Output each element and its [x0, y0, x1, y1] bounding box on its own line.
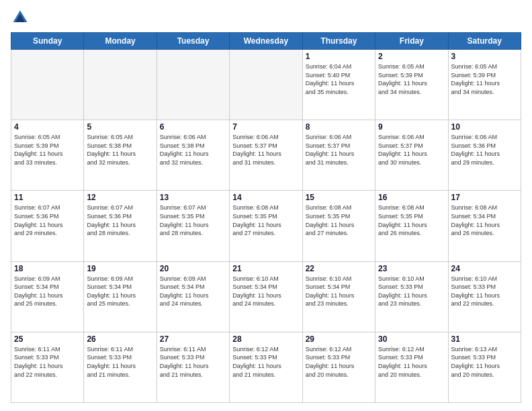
day-number: 19	[87, 264, 153, 273]
day-number: 24	[451, 264, 518, 273]
calendar-cell: 12Sunrise: 6:07 AMSunset: 5:36 PMDayligh…	[84, 191, 157, 261]
calendar-cell: 21Sunrise: 6:10 AMSunset: 5:34 PMDayligh…	[230, 261, 302, 332]
weekday-header-tuesday: Tuesday	[157, 33, 229, 50]
calendar-cell: 16Sunrise: 6:08 AMSunset: 5:35 PMDayligh…	[375, 191, 448, 261]
day-number: 28	[232, 334, 299, 344]
weekday-header-saturday: Saturday	[448, 33, 521, 50]
day-number: 29	[306, 334, 372, 344]
day-number: 1	[306, 52, 372, 61]
day-number: 6	[160, 122, 226, 132]
cell-info: Sunrise: 6:08 AMSunset: 5:35 PMDaylight:…	[378, 203, 445, 237]
cell-info: Sunrise: 6:08 AMSunset: 5:34 PMDaylight:…	[451, 203, 518, 237]
cell-info: Sunrise: 6:10 AMSunset: 5:33 PMDaylight:…	[378, 275, 445, 308]
calendar-cell: 2Sunrise: 6:05 AMSunset: 5:39 PMDaylight…	[375, 50, 448, 120]
cell-info: Sunrise: 6:05 AMSunset: 5:39 PMDaylight:…	[378, 62, 445, 96]
calendar-week-1: 1Sunrise: 6:04 AMSunset: 5:40 PMDaylight…	[11, 50, 521, 120]
cell-info: Sunrise: 6:07 AMSunset: 5:35 PMDaylight:…	[160, 203, 226, 237]
calendar-cell: 7Sunrise: 6:06 AMSunset: 5:37 PMDaylight…	[230, 120, 302, 191]
cell-info: Sunrise: 6:09 AMSunset: 5:34 PMDaylight:…	[160, 275, 226, 308]
cell-info: Sunrise: 6:10 AMSunset: 5:34 PMDaylight:…	[232, 275, 299, 308]
calendar-cell: 11Sunrise: 6:07 AMSunset: 5:36 PMDayligh…	[11, 191, 84, 261]
calendar-cell: 10Sunrise: 6:06 AMSunset: 5:36 PMDayligh…	[448, 120, 521, 191]
calendar-cell	[230, 50, 302, 120]
calendar-cell	[84, 50, 157, 120]
cell-info: Sunrise: 6:06 AMSunset: 5:36 PMDaylight:…	[451, 133, 518, 167]
calendar-cell: 29Sunrise: 6:12 AMSunset: 5:33 PMDayligh…	[302, 332, 375, 402]
cell-info: Sunrise: 6:10 AMSunset: 5:34 PMDaylight:…	[306, 275, 372, 308]
cell-info: Sunrise: 6:12 AMSunset: 5:33 PMDaylight:…	[378, 345, 445, 379]
day-number: 25	[14, 334, 81, 344]
day-number: 21	[232, 264, 299, 273]
calendar-cell: 8Sunrise: 6:06 AMSunset: 5:37 PMDaylight…	[302, 120, 375, 191]
day-number: 31	[451, 334, 518, 344]
calendar-cell: 30Sunrise: 6:12 AMSunset: 5:33 PMDayligh…	[375, 332, 448, 402]
cell-info: Sunrise: 6:08 AMSunset: 5:35 PMDaylight:…	[232, 203, 299, 237]
cell-info: Sunrise: 6:05 AMSunset: 5:38 PMDaylight:…	[87, 133, 153, 167]
day-number: 5	[87, 122, 153, 132]
day-number: 13	[160, 193, 226, 202]
weekday-header-row: SundayMondayTuesdayWednesdayThursdayFrid…	[11, 33, 521, 50]
calendar-cell: 5Sunrise: 6:05 AMSunset: 5:38 PMDaylight…	[84, 120, 157, 191]
weekday-header-monday: Monday	[84, 33, 157, 50]
day-number: 2	[378, 52, 445, 61]
day-number: 8	[306, 122, 372, 132]
calendar-cell: 19Sunrise: 6:09 AMSunset: 5:34 PMDayligh…	[84, 261, 157, 332]
weekday-header-thursday: Thursday	[302, 33, 375, 50]
weekday-header-sunday: Sunday	[11, 33, 84, 50]
cell-info: Sunrise: 6:13 AMSunset: 5:33 PMDaylight:…	[451, 345, 518, 379]
calendar-cell: 31Sunrise: 6:13 AMSunset: 5:33 PMDayligh…	[448, 332, 521, 402]
calendar-cell: 26Sunrise: 6:11 AMSunset: 5:33 PMDayligh…	[84, 332, 157, 402]
calendar-cell: 28Sunrise: 6:12 AMSunset: 5:33 PMDayligh…	[230, 332, 302, 402]
day-number: 14	[232, 193, 299, 202]
calendar-page: SundayMondayTuesdayWednesdayThursdayFrid…	[0, 0, 532, 411]
cell-info: Sunrise: 6:11 AMSunset: 5:33 PMDaylight:…	[14, 345, 81, 379]
calendar-cell: 15Sunrise: 6:08 AMSunset: 5:35 PMDayligh…	[302, 191, 375, 261]
cell-info: Sunrise: 6:11 AMSunset: 5:33 PMDaylight:…	[87, 345, 153, 379]
cell-info: Sunrise: 6:08 AMSunset: 5:35 PMDaylight:…	[306, 203, 372, 237]
weekday-header-wednesday: Wednesday	[230, 33, 302, 50]
calendar-cell: 25Sunrise: 6:11 AMSunset: 5:33 PMDayligh…	[11, 332, 84, 402]
calendar-cell	[157, 50, 229, 120]
day-number: 17	[451, 193, 518, 202]
calendar-cell: 9Sunrise: 6:06 AMSunset: 5:37 PMDaylight…	[375, 120, 448, 191]
cell-info: Sunrise: 6:11 AMSunset: 5:33 PMDaylight:…	[160, 345, 226, 379]
day-number: 3	[451, 52, 518, 61]
day-number: 27	[160, 334, 226, 344]
header	[11, 8, 521, 27]
calendar-cell: 1Sunrise: 6:04 AMSunset: 5:40 PMDaylight…	[302, 50, 375, 120]
calendar-week-2: 4Sunrise: 6:05 AMSunset: 5:39 PMDaylight…	[11, 120, 521, 191]
logo	[11, 8, 32, 27]
day-number: 23	[378, 264, 445, 273]
cell-info: Sunrise: 6:06 AMSunset: 5:38 PMDaylight:…	[160, 133, 226, 167]
calendar-cell: 23Sunrise: 6:10 AMSunset: 5:33 PMDayligh…	[375, 261, 448, 332]
day-number: 20	[160, 264, 226, 273]
cell-info: Sunrise: 6:04 AMSunset: 5:40 PMDaylight:…	[306, 62, 372, 96]
calendar-week-5: 25Sunrise: 6:11 AMSunset: 5:33 PMDayligh…	[11, 332, 521, 402]
calendar-cell: 20Sunrise: 6:09 AMSunset: 5:34 PMDayligh…	[157, 261, 229, 332]
day-number: 15	[306, 193, 372, 202]
calendar-week-3: 11Sunrise: 6:07 AMSunset: 5:36 PMDayligh…	[11, 191, 521, 261]
calendar-cell: 14Sunrise: 6:08 AMSunset: 5:35 PMDayligh…	[230, 191, 302, 261]
cell-info: Sunrise: 6:12 AMSunset: 5:33 PMDaylight:…	[306, 345, 372, 379]
cell-info: Sunrise: 6:06 AMSunset: 5:37 PMDaylight:…	[232, 133, 299, 167]
day-number: 16	[378, 193, 445, 202]
cell-info: Sunrise: 6:09 AMSunset: 5:34 PMDaylight:…	[87, 275, 153, 308]
day-number: 22	[306, 264, 372, 273]
calendar-cell: 22Sunrise: 6:10 AMSunset: 5:34 PMDayligh…	[302, 261, 375, 332]
calendar-cell: 6Sunrise: 6:06 AMSunset: 5:38 PMDaylight…	[157, 120, 229, 191]
cell-info: Sunrise: 6:05 AMSunset: 5:39 PMDaylight:…	[451, 62, 518, 96]
day-number: 30	[378, 334, 445, 344]
calendar-cell: 24Sunrise: 6:10 AMSunset: 5:33 PMDayligh…	[448, 261, 521, 332]
cell-info: Sunrise: 6:05 AMSunset: 5:39 PMDaylight:…	[14, 133, 81, 167]
calendar-table: SundayMondayTuesdayWednesdayThursdayFrid…	[11, 32, 521, 403]
day-number: 18	[14, 264, 81, 273]
calendar-cell: 17Sunrise: 6:08 AMSunset: 5:34 PMDayligh…	[448, 191, 521, 261]
day-number: 12	[87, 193, 153, 202]
calendar-cell: 27Sunrise: 6:11 AMSunset: 5:33 PMDayligh…	[157, 332, 229, 402]
cell-info: Sunrise: 6:07 AMSunset: 5:36 PMDaylight:…	[14, 203, 81, 237]
calendar-cell: 4Sunrise: 6:05 AMSunset: 5:39 PMDaylight…	[11, 120, 84, 191]
cell-info: Sunrise: 6:06 AMSunset: 5:37 PMDaylight:…	[306, 133, 372, 167]
day-number: 26	[87, 334, 153, 344]
cell-info: Sunrise: 6:12 AMSunset: 5:33 PMDaylight:…	[232, 345, 299, 379]
day-number: 4	[14, 122, 81, 132]
